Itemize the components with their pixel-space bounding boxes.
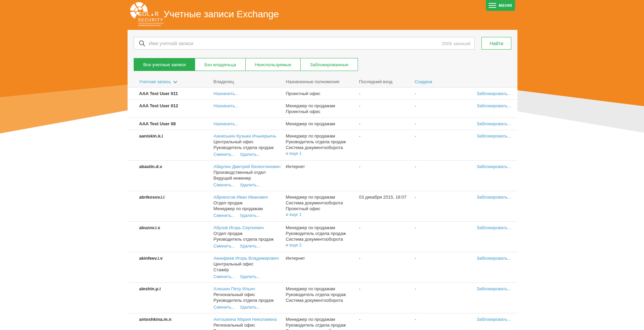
accounts-table: Учетная запись ВладелецНазначенные полно… [128, 79, 517, 330]
delete-owner-link[interactable]: Удалить... [240, 152, 260, 157]
block-link[interactable]: Заблокировать... [476, 256, 511, 261]
column-header-4[interactable]: Создана [415, 79, 461, 84]
account-name: AAA Test User 012 [139, 103, 178, 108]
delete-owner-link[interactable]: Удалить... [240, 182, 260, 187]
change-owner-link[interactable]: Сменить... [213, 152, 235, 157]
block-link[interactable]: Заблокировать... [476, 103, 511, 108]
search-row: 2005 записей Найти [134, 37, 511, 50]
table-row: abrikosov.i.i Абрикосов Иван ИвановичОтд… [128, 191, 517, 221]
created-value: - [415, 286, 461, 310]
records-count: 2005 записей [442, 41, 470, 46]
content-panel: 2005 записей Найти Все учетные записиБез… [128, 30, 517, 330]
owner-name-link[interactable]: Абрикосов Иван Иванович [213, 195, 268, 200]
search-input[interactable] [134, 37, 474, 49]
column-header-1: Владелец [213, 79, 286, 84]
owner-name-link[interactable]: Алешин Петр Ильич [213, 286, 255, 291]
owner-name-link[interactable]: Абузов Игорь Сергеевич [213, 225, 264, 230]
owner-department: Региональный офис [213, 292, 286, 297]
permissions-cell: Менеджер по продажамРуководитель отдела … [286, 286, 359, 310]
permission-item: Менеджер по продажам [286, 286, 359, 292]
permission-item: Проектный офис [286, 206, 359, 212]
owner-cell: Акинфеев Игорь ВладимировичЦентральный о… [213, 255, 286, 279]
owner-name-link[interactable]: Акинфеев Игорь Владимирович [213, 256, 279, 261]
account-name: abaulin.d.v [139, 164, 162, 169]
permission-item: Проектный офис [286, 91, 359, 96]
tab-1[interactable]: Без владельца [195, 58, 245, 71]
permission-item: Менеджер по продажам [286, 225, 359, 231]
permission-item: Проектный офис [286, 109, 359, 114]
owner-name-link[interactable]: Абаулин Дмитрий Валентинович [213, 164, 281, 169]
block-link[interactable]: Заблокировать... [476, 225, 511, 230]
owner-actions: Сменить...Удалить... [213, 151, 286, 157]
assign-owner-link[interactable]: Назначить... [213, 91, 239, 96]
delete-owner-link[interactable]: Удалить... [240, 243, 260, 249]
block-link[interactable]: Заблокировать... [476, 133, 511, 139]
page-title: Учетные записи Exchange [164, 9, 279, 20]
change-owner-link[interactable]: Сменить... [213, 243, 235, 249]
owner-position: Менеджер по продажам [213, 206, 286, 212]
owner-actions: Сменить...Удалить... [213, 182, 286, 188]
table-row: aaniskin.k.i Ааниськин Кузьма Ичькерьичь… [128, 130, 517, 160]
tab-0[interactable]: Все учетные записи [134, 58, 195, 71]
owner-position: Руководитель отдела продаж [213, 145, 286, 150]
last-login-value: - [359, 286, 415, 310]
more-permissions-link[interactable]: и еще 1 [286, 151, 302, 156]
change-owner-link[interactable]: Сменить... [213, 213, 235, 218]
delete-owner-link[interactable]: Удалить... [240, 213, 260, 218]
owner-cell: Абрикосов Иван ИвановичОтдел продажМенед… [213, 194, 286, 218]
owner-name: Абузов Игорь Сергеевич [213, 225, 286, 231]
find-button[interactable]: Найти [481, 37, 511, 50]
table-row: akinfeev.i.v Акинфеев Игорь Владимирович… [128, 252, 517, 282]
table-body: AAA Test User 011 Назначить... Проектный… [128, 88, 517, 330]
account-name: AAA Test User 011 [139, 91, 178, 96]
owner-department: Центральный офис [213, 139, 286, 145]
change-owner-link[interactable]: Сменить... [213, 182, 235, 187]
assign-owner-link[interactable]: Назначить... [213, 103, 239, 108]
owner-name: Абрикосов Иван Иванович [213, 194, 286, 200]
permission-item: Система документооборота [286, 297, 359, 303]
solar-security-logo: SOL▲R SECURITY software&services [130, 2, 162, 28]
change-owner-link[interactable]: Сменить... [213, 274, 235, 279]
owner-position: Ведущий инженер [213, 175, 286, 181]
permission-item: Руководитель отдела продаж [286, 292, 359, 297]
tab-2[interactable]: Неиспользуемые [245, 58, 301, 71]
more-permissions-link[interactable]: и еще 1 [286, 212, 302, 217]
owner-cell: Назначить... [213, 91, 286, 96]
owner-cell: Абаулин Дмитрий ВалентиновичПроизводстве… [213, 164, 286, 188]
tab-3[interactable]: Заблокированные [300, 58, 358, 71]
last-login-value: - [359, 225, 415, 249]
owner-position: Руководитель отдела продаж [213, 328, 286, 330]
assign-owner-link[interactable]: Назначить... [213, 121, 239, 126]
filter-tabs: Все учетные записиБез владельцаНеиспольз… [134, 58, 511, 71]
permission-item: Система документооборота [286, 145, 359, 150]
owner-name: Антошкина Мария Николаевна [213, 316, 286, 322]
permission-item: Менеджер по продажам [286, 121, 359, 127]
created-value: - [415, 255, 461, 279]
more-permissions-link[interactable]: и еще 2 [286, 242, 302, 248]
menu-button[interactable]: МЕНЮ [486, 0, 515, 11]
owner-name: Ааниськин Кузьма Ичькерьичь [213, 133, 286, 139]
permission-item: Менеджер по продажам [286, 194, 359, 200]
owner-name-link[interactable]: Ааниськин Кузьма Ичькерьичь [213, 133, 276, 139]
permission-item: Менеджер по продажам [286, 316, 359, 322]
block-link[interactable]: Заблокировать... [476, 317, 511, 322]
permissions-cell: Менеджер по продажамРуководитель отдела … [286, 225, 359, 249]
created-value: - [415, 91, 461, 96]
owner-cell: Назначить... [213, 103, 286, 114]
owner-name-link[interactable]: Антошкина Мария Николаевна [213, 317, 277, 322]
table-row: aleshin.p.i Алешин Петр ИльичРегиональны… [128, 282, 517, 313]
owner-cell: Алешин Петр ИльичРегиональный офисРуково… [213, 286, 286, 310]
block-link[interactable]: Заблокировать... [476, 286, 511, 291]
change-owner-link[interactable]: Сменить... [213, 305, 235, 310]
block-link[interactable]: Заблокировать... [476, 164, 511, 169]
created-value: - [415, 164, 461, 188]
account-name: aaniskin.k.i [139, 133, 163, 139]
created-value: - [415, 103, 461, 114]
block-link[interactable]: Заблокировать... [476, 121, 511, 126]
last-login-value: - [359, 255, 415, 279]
block-link[interactable]: Заблокировать... [476, 91, 511, 96]
column-header-0[interactable]: Учетная запись [134, 79, 213, 84]
delete-owner-link[interactable]: Удалить... [240, 274, 260, 279]
delete-owner-link[interactable]: Удалить... [240, 305, 260, 310]
block-link[interactable]: Заблокировать... [476, 195, 511, 200]
